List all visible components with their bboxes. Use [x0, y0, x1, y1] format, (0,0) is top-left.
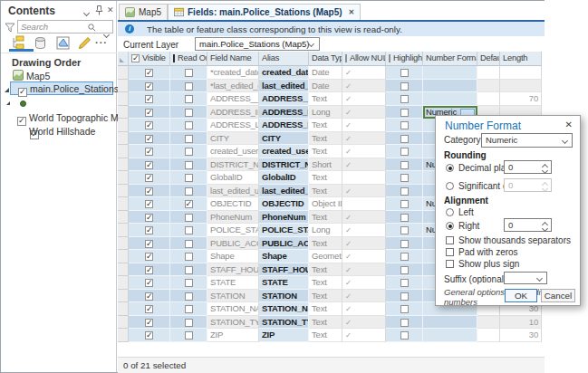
alias-cell[interactable]: DISTRICT_N: [259, 158, 309, 172]
highlight-cell[interactable]: [386, 66, 423, 80]
allow-null-cell[interactable]: ✓: [342, 237, 386, 251]
read-only-cell[interactable]: [170, 106, 207, 120]
length-cell[interactable]: 30: [500, 329, 542, 342]
visible-cell[interactable]: [129, 66, 170, 80]
highlight-cell[interactable]: [386, 106, 423, 120]
visible-header-checkbox[interactable]: [131, 54, 140, 62]
number-format-cell[interactable]: [423, 66, 477, 80]
tree-item-hillshade[interactable]: World Hillshade: [29, 126, 95, 137]
header-allow-null[interactable]: Allow NULL: [342, 52, 386, 66]
visible-cell[interactable]: [129, 158, 170, 172]
visible-cell[interactable]: [129, 171, 170, 185]
list-by-data-source-icon[interactable]: [33, 35, 48, 51]
visible-cell[interactable]: [129, 316, 170, 330]
read-only-cell[interactable]: [170, 263, 207, 277]
highlight-cell[interactable]: [386, 80, 423, 93]
header-highlight[interactable]: Highlight: [386, 52, 423, 66]
alias-cell[interactable]: STATION_NA: [259, 302, 309, 316]
allow-null-cell[interactable]: ✓: [342, 276, 386, 290]
read-only-cell[interactable]: [170, 237, 207, 251]
alias-cell[interactable]: last_edited_user: [259, 185, 309, 198]
category-dropdown[interactable]: Numeric: [481, 133, 573, 148]
suffix-dropdown[interactable]: [504, 272, 547, 284]
allow-null-cell[interactable]: ✓: [342, 158, 386, 172]
allow-null-cell[interactable]: ✓: [342, 106, 386, 120]
data-type-cell[interactable]: Object ID: [309, 197, 342, 211]
highlight-cell[interactable]: [386, 171, 423, 185]
data-type-cell[interactable]: Text: [309, 263, 342, 277]
row-selector[interactable]: [118, 158, 129, 172]
visible-cell[interactable]: [129, 250, 170, 263]
row-selector[interactable]: [118, 302, 129, 316]
default-cell[interactable]: [477, 66, 500, 80]
alias-cell[interactable]: ADDRESS_ID: [259, 106, 309, 120]
row-selector[interactable]: [118, 316, 129, 330]
number-format-cell[interactable]: [423, 316, 477, 330]
search-icon[interactable]: [88, 24, 96, 32]
significant-digits-radio[interactable]: [446, 182, 454, 190]
data-type-cell[interactable]: Text: [309, 237, 342, 251]
data-type-cell[interactable]: Long: [309, 106, 342, 120]
number-format-cell[interactable]: [423, 80, 477, 93]
visible-cell[interactable]: [129, 119, 170, 132]
row-selector[interactable]: [118, 329, 129, 342]
highlight-cell[interactable]: [386, 145, 423, 158]
panel-menu-chevron-icon[interactable]: [84, 9, 89, 17]
alias-cell[interactable]: POLICE_STA: [259, 224, 309, 237]
alias-cell[interactable]: last_edited_date: [259, 80, 309, 93]
alias-cell[interactable]: ADDRESS_LI: [259, 119, 309, 132]
allow-null-cell[interactable]: ✓: [342, 92, 386, 106]
data-type-cell[interactable]: Text: [309, 329, 342, 342]
data-type-cell[interactable]: Text: [309, 171, 342, 185]
data-type-cell[interactable]: Long: [309, 224, 342, 237]
alias-cell[interactable]: STATE: [259, 276, 309, 290]
thousands-separator-checkbox[interactable]: [446, 236, 454, 244]
row-selector[interactable]: [118, 224, 129, 237]
filter-icon[interactable]: [5, 23, 15, 33]
data-type-cell[interactable]: Geometry: [309, 250, 342, 263]
row-selector[interactable]: [118, 211, 129, 225]
length-cell[interactable]: 70: [500, 92, 542, 106]
highlight-cell[interactable]: [386, 329, 423, 342]
row-selector[interactable]: [118, 66, 129, 80]
list-by-editing-icon[interactable]: [77, 35, 92, 51]
decimal-places-radio[interactable]: [446, 164, 454, 172]
allow-null-cell[interactable]: ✓: [342, 119, 386, 132]
header-data-type[interactable]: Data Type: [309, 52, 342, 66]
visible-cell[interactable]: [129, 237, 170, 251]
search-input[interactable]: [21, 21, 86, 33]
spinner-down-icon[interactable]: [542, 167, 548, 174]
data-type-cell[interactable]: Text: [309, 316, 342, 330]
show-plus-sign-checkbox[interactable]: [446, 260, 454, 268]
header-alias[interactable]: Alias: [259, 52, 309, 66]
header-visible[interactable]: Visible: [129, 52, 170, 66]
data-type-cell[interactable]: Text: [309, 185, 342, 198]
visible-cell[interactable]: [129, 290, 170, 303]
allow-null-cell[interactable]: [342, 197, 386, 211]
number-format-cell[interactable]: [423, 92, 477, 106]
spinner-down-icon[interactable]: [542, 225, 548, 232]
data-type-cell[interactable]: Text: [309, 211, 342, 225]
visible-cell[interactable]: [129, 263, 170, 277]
data-type-cell[interactable]: Text: [309, 92, 342, 106]
alias-cell[interactable]: OBJECTID: [259, 197, 309, 211]
length-cell[interactable]: [500, 80, 542, 93]
read-only-cell[interactable]: [170, 92, 207, 106]
read-only-cell[interactable]: [170, 145, 207, 158]
read-only-cell[interactable]: [170, 316, 207, 330]
current-layer-dropdown[interactable]: main.Police_Stations (Map5): [195, 37, 320, 51]
decimal-places-spinner[interactable]: 0: [504, 160, 552, 174]
visible-cell[interactable]: [129, 224, 170, 237]
allow-null-cell[interactable]: ✓: [342, 302, 386, 316]
row-selector[interactable]: [118, 197, 129, 211]
allow-null-cell[interactable]: ✓: [342, 224, 386, 237]
allow-null-cell[interactable]: ✓: [342, 145, 386, 158]
tab-map5[interactable]: Map5: [119, 4, 168, 20]
allow-null-cell[interactable]: ✓: [342, 290, 386, 303]
data-type-cell[interactable]: Date: [309, 66, 342, 80]
topo-layer-checkbox[interactable]: [17, 117, 26, 126]
tab-close-icon[interactable]: ✕: [349, 8, 355, 16]
highlight-cell[interactable]: [386, 197, 423, 211]
list-by-selection-icon[interactable]: [55, 35, 71, 51]
visible-cell[interactable]: [129, 132, 170, 146]
